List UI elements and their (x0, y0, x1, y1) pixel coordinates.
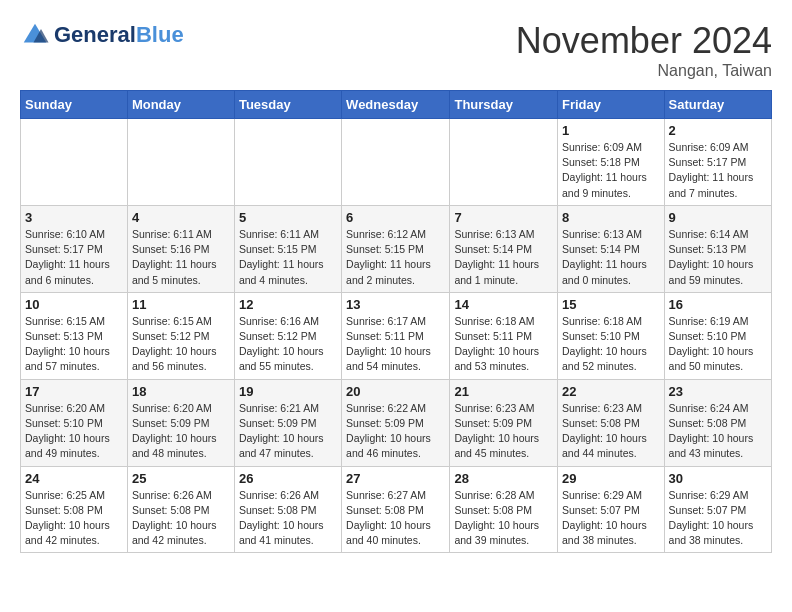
day-info: Sunrise: 6:11 AMSunset: 5:15 PMDaylight:… (239, 227, 337, 288)
day-info: Sunrise: 6:09 AMSunset: 5:17 PMDaylight:… (669, 140, 767, 201)
day-info: Sunrise: 6:17 AMSunset: 5:11 PMDaylight:… (346, 314, 445, 375)
day-info: Sunrise: 6:10 AMSunset: 5:17 PMDaylight:… (25, 227, 123, 288)
day-info: Sunrise: 6:23 AMSunset: 5:08 PMDaylight:… (562, 401, 660, 462)
day-number: 17 (25, 384, 123, 399)
calendar-cell: 14Sunrise: 6:18 AMSunset: 5:11 PMDayligh… (450, 292, 558, 379)
day-number: 16 (669, 297, 767, 312)
day-number: 20 (346, 384, 445, 399)
day-info: Sunrise: 6:26 AMSunset: 5:08 PMDaylight:… (132, 488, 230, 549)
calendar-cell: 13Sunrise: 6:17 AMSunset: 5:11 PMDayligh… (342, 292, 450, 379)
calendar-cell: 3Sunrise: 6:10 AMSunset: 5:17 PMDaylight… (21, 205, 128, 292)
day-number: 14 (454, 297, 553, 312)
day-number: 5 (239, 210, 337, 225)
calendar-cell: 17Sunrise: 6:20 AMSunset: 5:10 PMDayligh… (21, 379, 128, 466)
day-number: 24 (25, 471, 123, 486)
day-info: Sunrise: 6:13 AMSunset: 5:14 PMDaylight:… (454, 227, 553, 288)
day-info: Sunrise: 6:12 AMSunset: 5:15 PMDaylight:… (346, 227, 445, 288)
day-info: Sunrise: 6:29 AMSunset: 5:07 PMDaylight:… (669, 488, 767, 549)
day-info: Sunrise: 6:09 AMSunset: 5:18 PMDaylight:… (562, 140, 660, 201)
calendar-cell: 30Sunrise: 6:29 AMSunset: 5:07 PMDayligh… (664, 466, 771, 553)
calendar-header: SundayMondayTuesdayWednesdayThursdayFrid… (21, 91, 772, 119)
calendar-cell: 2Sunrise: 6:09 AMSunset: 5:17 PMDaylight… (664, 119, 771, 206)
day-info: Sunrise: 6:14 AMSunset: 5:13 PMDaylight:… (669, 227, 767, 288)
calendar-cell: 24Sunrise: 6:25 AMSunset: 5:08 PMDayligh… (21, 466, 128, 553)
day-number: 11 (132, 297, 230, 312)
calendar-cell: 19Sunrise: 6:21 AMSunset: 5:09 PMDayligh… (234, 379, 341, 466)
day-number: 28 (454, 471, 553, 486)
calendar-cell: 12Sunrise: 6:16 AMSunset: 5:12 PMDayligh… (234, 292, 341, 379)
day-number: 25 (132, 471, 230, 486)
day-number: 26 (239, 471, 337, 486)
calendar-week-row: 17Sunrise: 6:20 AMSunset: 5:10 PMDayligh… (21, 379, 772, 466)
day-info: Sunrise: 6:19 AMSunset: 5:10 PMDaylight:… (669, 314, 767, 375)
day-number: 4 (132, 210, 230, 225)
day-number: 9 (669, 210, 767, 225)
day-info: Sunrise: 6:24 AMSunset: 5:08 PMDaylight:… (669, 401, 767, 462)
calendar-week-row: 3Sunrise: 6:10 AMSunset: 5:17 PMDaylight… (21, 205, 772, 292)
calendar-body: 1Sunrise: 6:09 AMSunset: 5:18 PMDaylight… (21, 119, 772, 553)
day-info: Sunrise: 6:16 AMSunset: 5:12 PMDaylight:… (239, 314, 337, 375)
location-title: Nangan, Taiwan (516, 62, 772, 80)
day-info: Sunrise: 6:13 AMSunset: 5:14 PMDaylight:… (562, 227, 660, 288)
calendar-week-row: 10Sunrise: 6:15 AMSunset: 5:13 PMDayligh… (21, 292, 772, 379)
calendar-cell (342, 119, 450, 206)
day-info: Sunrise: 6:25 AMSunset: 5:08 PMDaylight:… (25, 488, 123, 549)
day-number: 30 (669, 471, 767, 486)
day-number: 2 (669, 123, 767, 138)
weekday-header: Tuesday (234, 91, 341, 119)
weekday-header: Sunday (21, 91, 128, 119)
weekday-header: Monday (127, 91, 234, 119)
weekday-header: Saturday (664, 91, 771, 119)
day-info: Sunrise: 6:28 AMSunset: 5:08 PMDaylight:… (454, 488, 553, 549)
logo-icon (20, 20, 50, 50)
day-info: Sunrise: 6:18 AMSunset: 5:10 PMDaylight:… (562, 314, 660, 375)
day-number: 29 (562, 471, 660, 486)
day-number: 10 (25, 297, 123, 312)
calendar-cell (450, 119, 558, 206)
day-number: 8 (562, 210, 660, 225)
calendar-cell (234, 119, 341, 206)
calendar-cell: 15Sunrise: 6:18 AMSunset: 5:10 PMDayligh… (558, 292, 665, 379)
calendar-cell: 18Sunrise: 6:20 AMSunset: 5:09 PMDayligh… (127, 379, 234, 466)
calendar-cell: 27Sunrise: 6:27 AMSunset: 5:08 PMDayligh… (342, 466, 450, 553)
calendar-cell: 7Sunrise: 6:13 AMSunset: 5:14 PMDaylight… (450, 205, 558, 292)
calendar-week-row: 1Sunrise: 6:09 AMSunset: 5:18 PMDaylight… (21, 119, 772, 206)
page-header: GeneralBlue November 2024 Nangan, Taiwan (20, 20, 772, 80)
day-info: Sunrise: 6:21 AMSunset: 5:09 PMDaylight:… (239, 401, 337, 462)
day-number: 23 (669, 384, 767, 399)
day-number: 12 (239, 297, 337, 312)
calendar-cell (21, 119, 128, 206)
calendar-cell: 9Sunrise: 6:14 AMSunset: 5:13 PMDaylight… (664, 205, 771, 292)
calendar-cell: 8Sunrise: 6:13 AMSunset: 5:14 PMDaylight… (558, 205, 665, 292)
day-info: Sunrise: 6:15 AMSunset: 5:12 PMDaylight:… (132, 314, 230, 375)
logo-general: General (54, 22, 136, 47)
day-number: 21 (454, 384, 553, 399)
day-number: 27 (346, 471, 445, 486)
day-info: Sunrise: 6:20 AMSunset: 5:10 PMDaylight:… (25, 401, 123, 462)
day-info: Sunrise: 6:29 AMSunset: 5:07 PMDaylight:… (562, 488, 660, 549)
day-number: 19 (239, 384, 337, 399)
logo: GeneralBlue (20, 20, 184, 50)
logo-blue: Blue (136, 22, 184, 47)
weekday-header: Friday (558, 91, 665, 119)
weekday-header: Thursday (450, 91, 558, 119)
day-number: 22 (562, 384, 660, 399)
calendar-cell: 28Sunrise: 6:28 AMSunset: 5:08 PMDayligh… (450, 466, 558, 553)
calendar-cell: 22Sunrise: 6:23 AMSunset: 5:08 PMDayligh… (558, 379, 665, 466)
day-number: 6 (346, 210, 445, 225)
calendar-cell: 5Sunrise: 6:11 AMSunset: 5:15 PMDaylight… (234, 205, 341, 292)
day-info: Sunrise: 6:23 AMSunset: 5:09 PMDaylight:… (454, 401, 553, 462)
day-number: 15 (562, 297, 660, 312)
day-info: Sunrise: 6:26 AMSunset: 5:08 PMDaylight:… (239, 488, 337, 549)
calendar-cell: 26Sunrise: 6:26 AMSunset: 5:08 PMDayligh… (234, 466, 341, 553)
title-section: November 2024 Nangan, Taiwan (516, 20, 772, 80)
day-number: 18 (132, 384, 230, 399)
calendar-cell: 1Sunrise: 6:09 AMSunset: 5:18 PMDaylight… (558, 119, 665, 206)
day-number: 13 (346, 297, 445, 312)
calendar-cell: 20Sunrise: 6:22 AMSunset: 5:09 PMDayligh… (342, 379, 450, 466)
calendar-cell: 11Sunrise: 6:15 AMSunset: 5:12 PMDayligh… (127, 292, 234, 379)
calendar-cell: 6Sunrise: 6:12 AMSunset: 5:15 PMDaylight… (342, 205, 450, 292)
calendar-cell: 29Sunrise: 6:29 AMSunset: 5:07 PMDayligh… (558, 466, 665, 553)
calendar-cell: 10Sunrise: 6:15 AMSunset: 5:13 PMDayligh… (21, 292, 128, 379)
day-info: Sunrise: 6:27 AMSunset: 5:08 PMDaylight:… (346, 488, 445, 549)
